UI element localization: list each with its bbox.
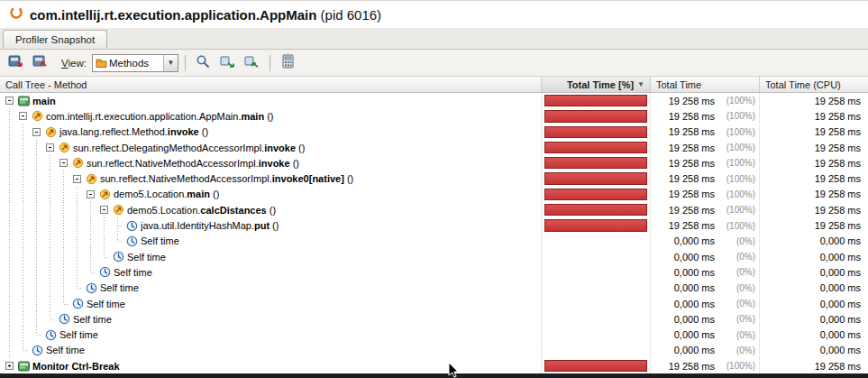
collapse-toggle[interactable] — [70, 171, 84, 186]
table-row[interactable]: Self time0,000 ms(0%)0,000 ms — [0, 264, 868, 280]
plus-box-icon — [5, 362, 14, 370]
column-header-total-time-pct[interactable]: Total Time [%]▼ — [542, 77, 651, 92]
call-tree-cell: java.util.IdentityHashMap.put () — [0, 217, 542, 233]
total-time-cpu-cell: 0,000 ms — [760, 296, 868, 311]
tree-guide-line — [3, 108, 16, 124]
table-row[interactable]: main19 258 ms(100%)19 258 ms — [0, 93, 868, 108]
column-header-total-time-cpu[interactable]: Total Time (CPU) — [760, 77, 868, 92]
bottom-window-edge — [0, 373, 868, 378]
table-row[interactable]: Monitor Ctrl-Break19 258 ms(100%)19 258 … — [0, 358, 868, 373]
table-row[interactable]: sun.reflect.NativeMethodAccessorImpl.inv… — [0, 171, 868, 186]
toolbar: View: Methods ▼ — [0, 50, 868, 77]
total-time-value: 19 258 ms — [669, 189, 715, 199]
table-row[interactable]: demo5.Location.main ()19 258 ms(100%)19 … — [0, 187, 868, 202]
tree-guide-line — [16, 264, 30, 280]
table-row[interactable]: Self time0,000 ms(0%)0,000 ms — [0, 327, 868, 342]
export-snapshot-button[interactable] — [29, 52, 51, 73]
total-time-cpu-cell: 0,000 ms — [760, 343, 868, 358]
tree-guide-line — [16, 311, 30, 327]
package-name: sun.reflect.NativeMethodAccessorImpl. — [87, 158, 259, 169]
table-row[interactable]: sun.reflect.NativeMethodAccessorImpl.inv… — [0, 155, 868, 171]
total-time-value: 0,000 ms — [674, 252, 715, 263]
combobox-dropdown-button[interactable]: ▼ — [163, 55, 178, 71]
cpu-time-value: 0,000 ms — [820, 252, 861, 263]
total-time-pct-cell — [542, 249, 651, 264]
tree-guide-line — [30, 234, 43, 249]
total-time-cpu-cell: 19 258 ms — [760, 108, 868, 124]
collapse-toggle[interactable] — [16, 108, 30, 124]
chevron-down-icon: ▼ — [167, 59, 174, 67]
tree-guide-line — [43, 281, 57, 296]
tree-connector — [70, 281, 84, 296]
collapse-toggle[interactable] — [57, 155, 70, 171]
column-header-call-tree-method[interactable]: Call Tree - Method — [0, 77, 542, 92]
sort-desc-icon: ▼ — [637, 81, 644, 88]
collapse-toggle[interactable] — [84, 187, 97, 202]
column-header-total-time[interactable]: Total Time — [651, 77, 760, 92]
collapse-toggle[interactable] — [3, 93, 16, 108]
table-row[interactable]: Self time0,000 ms(0%)0,000 ms — [0, 249, 868, 264]
table-row[interactable]: Self time0,000 ms(0%)0,000 ms — [0, 281, 868, 296]
table-row[interactable]: demo5.Location.calcDistances ()19 258 ms… — [0, 202, 868, 217]
table-row[interactable]: Self time0,000 ms(0%)0,000 ms — [0, 343, 868, 358]
call-tree-cell: Self time — [0, 234, 542, 249]
clock-icon — [85, 282, 97, 294]
tree-guide-line — [70, 187, 84, 202]
search-icon — [196, 54, 210, 72]
call-tree-cell: Monitor Ctrl-Break — [0, 358, 542, 373]
total-time-percent: (100%) — [717, 111, 755, 121]
save-snapshot-button[interactable] — [5, 52, 27, 73]
tree-guide-line — [57, 234, 70, 249]
expand-toggle[interactable] — [3, 358, 16, 373]
collapse-toggle[interactable] — [97, 202, 111, 217]
total-time-cpu-cell: 19 258 ms — [760, 155, 868, 171]
tree-guide-line — [16, 155, 30, 171]
call-tree-cell: java.lang.reflect.Method.invoke () — [0, 124, 542, 140]
total-time-cell: 0,000 ms(0%) — [651, 264, 760, 280]
total-time-cpu-cell: 19 258 ms — [760, 202, 868, 217]
tree-guide-line — [43, 155, 57, 171]
total-time-cell: 19 258 ms(100%) — [651, 155, 760, 171]
total-time-cell: 19 258 ms(100%) — [651, 93, 760, 108]
total-time-value: 0,000 ms — [674, 235, 715, 246]
package-name: demo5.Location. — [127, 205, 200, 216]
table-row[interactable]: Self time0,000 ms(0%)0,000 ms — [0, 311, 868, 327]
view-label: View: — [61, 58, 87, 69]
method-label: Self time — [100, 282, 139, 293]
method-icon — [112, 204, 124, 216]
method-args: () — [264, 111, 273, 122]
cpu-time-value: 0,000 ms — [820, 314, 861, 325]
total-time-pct-cell — [542, 234, 651, 249]
calculator-button[interactable] — [277, 52, 299, 73]
table-row[interactable]: com.intellij.rt.execution.application.Ap… — [0, 108, 868, 124]
minus-box-icon — [19, 112, 27, 120]
collapse-toggle[interactable] — [30, 124, 43, 140]
total-time-pct-cell — [542, 93, 651, 108]
tree-guide-line — [3, 343, 16, 358]
table-row[interactable]: sun.reflect.DelegatingMethodAccessorImpl… — [0, 140, 868, 155]
collapse-all-button[interactable] — [241, 52, 263, 73]
total-time-pct-cell — [542, 311, 651, 327]
total-time-value: 19 258 ms — [669, 158, 715, 169]
clock-icon — [112, 251, 124, 263]
total-time-cpu-cell: 19 258 ms — [760, 93, 868, 108]
table-row[interactable]: Self time0,000 ms(0%)0,000 ms — [0, 234, 868, 249]
tab-profiler-snapshot[interactable]: Profiler Snapshot — [3, 30, 107, 49]
method-icon — [98, 189, 111, 200]
call-tree-cell: sun.reflect.NativeMethodAccessorImpl.inv… — [0, 155, 542, 171]
table-row[interactable]: java.lang.reflect.Method.invoke ()19 258… — [0, 124, 868, 140]
find-button[interactable] — [192, 52, 215, 73]
collapse-toggle[interactable] — [43, 140, 57, 155]
tree-guide-line — [3, 234, 16, 249]
expand-all-button[interactable] — [216, 52, 239, 73]
view-combobox[interactable]: Methods ▼ — [92, 54, 178, 72]
tree-guide-line — [70, 264, 84, 280]
total-time-cpu-cell: 19 258 ms — [760, 187, 868, 202]
table-row[interactable]: Self time0,000 ms(0%)0,000 ms — [0, 296, 868, 311]
cpu-time-value: 19 258 ms — [815, 361, 861, 372]
cpu-time-value: 0,000 ms — [820, 267, 861, 278]
package-name: sun.reflect.NativeMethodAccessorImpl. — [100, 173, 272, 184]
method-icon — [71, 157, 84, 169]
table-row[interactable]: java.util.IdentityHashMap.put ()19 258 m… — [0, 217, 868, 233]
tree-connector — [111, 234, 124, 249]
